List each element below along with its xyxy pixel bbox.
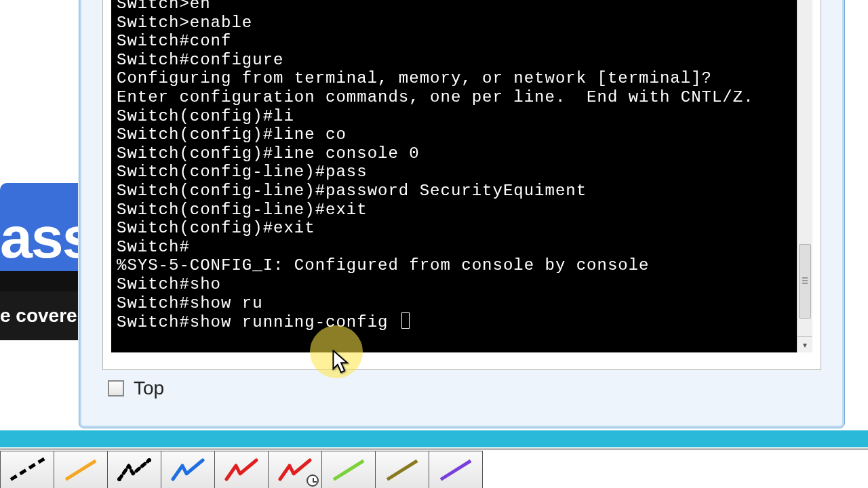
scrollbar-thumb-grip	[802, 277, 808, 285]
terminal-output[interactable]: Switch>enSwitch>enableSwitch#confSwitch#…	[111, 0, 797, 352]
clock-badge-icon	[307, 474, 319, 487]
conn-copper-s-button[interactable]	[107, 451, 161, 488]
conn-fiber-button[interactable]	[214, 451, 269, 488]
svg-point-1	[117, 477, 121, 481]
conn-coax-button[interactable]	[321, 451, 376, 488]
terminal-line: Switch#configure	[117, 51, 791, 70]
terminal-line: Switch#show running-config	[117, 312, 791, 332]
terminal-scrollbar[interactable]: ▾	[797, 0, 812, 352]
terminal-line: Switch(config-line)#password SecurityEqu…	[117, 182, 791, 201]
always-on-top-row: Top	[108, 378, 164, 399]
terminal-line: Switch>enable	[117, 14, 791, 33]
terminal-line: Switch(config-line)#exit	[117, 201, 791, 220]
scrollbar-thumb[interactable]	[799, 244, 811, 319]
conn-phone-button[interactable]	[268, 451, 322, 488]
top-checkbox[interactable]	[108, 380, 124, 396]
cli-panel: Switch>enSwitch>enableSwitch#confSwitch#…	[102, 0, 821, 370]
conn-serial-dce-button[interactable]	[375, 451, 429, 488]
svg-point-0	[147, 458, 151, 462]
terminal-line: Switch(config-line)#pass	[117, 163, 791, 182]
conn-fiber-icon	[222, 456, 260, 483]
terminal-line: Switch#conf	[117, 32, 791, 51]
terminal-line: Switch(config)#li	[117, 107, 791, 126]
bg-teal-bar	[0, 430, 868, 447]
terminal-line: Switch#sho	[117, 275, 791, 294]
conn-auto-button[interactable]	[0, 451, 54, 488]
terminal-line: %SYS-5-CONFIG_I: Configured from console…	[117, 256, 791, 275]
terminal-line: Enter configuration commands, one per li…	[117, 88, 791, 107]
conn-serial-dte-button[interactable]	[429, 451, 483, 488]
connections-toolbar	[0, 449, 868, 488]
conn-copper-s-icon	[115, 456, 153, 483]
terminal-viewport[interactable]: Switch>enSwitch>enableSwitch#confSwitch#…	[111, 0, 797, 352]
scrollbar-track[interactable]	[797, 0, 812, 336]
terminal-line: Switch#show ru	[117, 294, 791, 313]
bg-dark-word: e covered	[0, 291, 78, 340]
conn-console-button[interactable]	[54, 451, 108, 488]
conn-serial-dte-icon	[437, 456, 475, 483]
conn-auto-icon	[8, 456, 46, 483]
terminal-line: Switch(config)#exit	[117, 219, 791, 238]
conn-copper-c-icon	[169, 456, 207, 483]
conn-coax-icon	[330, 456, 368, 483]
terminal-line: Switch(config)#line co	[117, 125, 791, 144]
terminal-line: Configuring from terminal, memory, or ne…	[117, 69, 791, 88]
terminal-line: Switch>en	[117, 0, 791, 14]
conn-copper-c-button[interactable]	[161, 451, 215, 488]
terminal-line: Switch#	[117, 238, 791, 257]
conn-serial-dce-icon	[383, 456, 421, 483]
top-checkbox-label: Top	[134, 378, 164, 399]
terminal-line: Switch(config)#line console 0	[117, 144, 791, 163]
conn-console-icon	[62, 456, 100, 483]
cli-window: Switch>enSwitch>enableSwitch#confSwitch#…	[79, 0, 845, 428]
scrollbar-down-button[interactable]: ▾	[797, 336, 812, 352]
terminal-cursor	[401, 312, 410, 329]
